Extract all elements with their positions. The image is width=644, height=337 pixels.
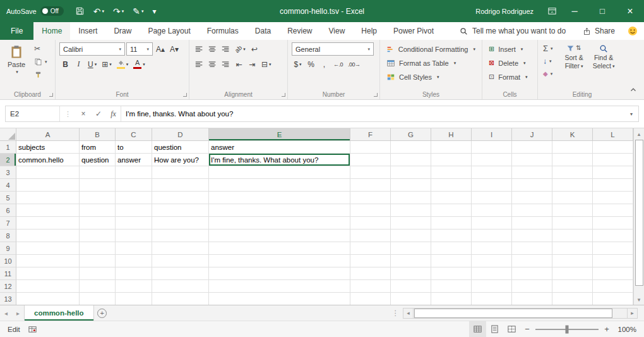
cell-H9[interactable] — [431, 242, 472, 255]
font-color-button[interactable]: A▾ — [131, 58, 147, 71]
zoom-level[interactable]: 100% — [614, 326, 644, 333]
cell-L5[interactable] — [593, 192, 633, 204]
cell-E9[interactable] — [209, 242, 350, 255]
format-cells-button[interactable]: ⊡Format▾ — [486, 70, 534, 83]
tab-draw[interactable]: Draw — [105, 22, 140, 40]
number-format-select[interactable]: General▾ — [292, 42, 374, 56]
enter-button[interactable]: ✓ — [91, 106, 106, 121]
cell-I7[interactable] — [472, 217, 512, 230]
horizontal-scrollbar[interactable]: ◂ ▸ — [403, 305, 638, 321]
cell-H3[interactable] — [431, 166, 472, 179]
tab-help[interactable]: Help — [353, 22, 385, 40]
cell-K11[interactable] — [552, 267, 593, 280]
font-name-select[interactable]: Calibri▾ — [59, 42, 125, 56]
cell-A10[interactable] — [16, 255, 80, 267]
clipboard-dialog-launcher-icon[interactable] — [49, 93, 53, 97]
cell-K12[interactable] — [552, 280, 593, 293]
vertical-scrollbar[interactable]: ▴ ▾ — [633, 128, 644, 305]
cell-B5[interactable] — [80, 192, 116, 204]
cell-B2[interactable]: question — [80, 154, 116, 166]
cell-I11[interactable] — [472, 267, 512, 280]
cell-G4[interactable] — [391, 179, 431, 192]
insert-cells-button[interactable]: ⊞Insert▾ — [486, 42, 534, 56]
cell-E4[interactable] — [209, 179, 350, 192]
cell-F3[interactable] — [350, 166, 391, 179]
cell-K3[interactable] — [552, 166, 593, 179]
hscroll-left-button[interactable]: ◂ — [403, 308, 414, 319]
cell-D3[interactable] — [152, 166, 209, 179]
cell-D6[interactable] — [152, 204, 209, 217]
cell-K8[interactable] — [552, 230, 593, 242]
cell-G10[interactable] — [391, 255, 431, 267]
ribbon-display-options-button[interactable] — [544, 4, 561, 18]
scroll-down-button[interactable]: ▾ — [634, 294, 644, 305]
cell-J6[interactable] — [512, 204, 552, 217]
cell-I3[interactable] — [472, 166, 512, 179]
macro-record-button[interactable] — [28, 324, 37, 334]
cell-I4[interactable] — [472, 179, 512, 192]
formula-bar-handle[interactable]: ⋮ — [60, 106, 76, 121]
align-bottom-button[interactable] — [220, 42, 232, 56]
cell-J5[interactable] — [512, 192, 552, 204]
cell-D9[interactable] — [152, 242, 209, 255]
cell-K1[interactable] — [552, 141, 593, 154]
decrease-decimal-button[interactable]: .00→ — [346, 58, 362, 71]
cell-J8[interactable] — [512, 230, 552, 242]
percent-style-button[interactable]: % — [305, 58, 317, 71]
cell-H1[interactable] — [431, 141, 472, 154]
borders-button[interactable]: ⊞▾ — [100, 58, 114, 71]
align-top-button[interactable] — [193, 42, 205, 56]
cell-H7[interactable] — [431, 217, 472, 230]
cell-J4[interactable] — [512, 179, 552, 192]
cell-H4[interactable] — [431, 179, 472, 192]
cell-K2[interactable] — [552, 154, 593, 166]
cell-I2[interactable] — [472, 154, 512, 166]
sort-filter-button[interactable]: ⇅ Sort & Filter▾ — [559, 42, 589, 89]
cell-L4[interactable] — [593, 179, 633, 192]
fill-color-button[interactable]: ▾ — [115, 58, 131, 71]
wrap-text-button[interactable]: ↩ — [249, 42, 261, 56]
cell-C2[interactable]: answer — [116, 154, 152, 166]
row-header-12[interactable]: 12 — [0, 280, 16, 293]
cell-D5[interactable] — [152, 192, 209, 204]
row-header-7[interactable]: 7 — [0, 217, 16, 230]
cell-D10[interactable] — [152, 255, 209, 267]
tab-review[interactable]: Review — [279, 22, 320, 40]
cell-B11[interactable] — [80, 267, 116, 280]
row-header-5[interactable]: 5 — [0, 192, 16, 204]
cell-C11[interactable] — [116, 267, 152, 280]
cell-L9[interactable] — [593, 242, 633, 255]
feedback-button[interactable] — [628, 22, 638, 40]
sheet-nav-right-button[interactable]: ▸ — [12, 305, 24, 321]
cell-C9[interactable] — [116, 242, 152, 255]
cell-G8[interactable] — [391, 230, 431, 242]
cell-H2[interactable] — [431, 154, 472, 166]
comma-style-button[interactable]: , — [318, 58, 330, 71]
cell-L7[interactable] — [593, 217, 633, 230]
cell-G1[interactable] — [391, 141, 431, 154]
column-header-C[interactable]: C — [116, 128, 152, 141]
delete-cells-button[interactable]: ⊠Delete▾ — [486, 56, 534, 70]
cell-A3[interactable] — [16, 166, 80, 179]
copy-button[interactable]: ▾ — [33, 56, 49, 68]
cell-H10[interactable] — [431, 255, 472, 267]
font-size-select[interactable]: 11▾ — [126, 42, 153, 56]
redo-button[interactable]: ↷▾ — [109, 5, 128, 18]
cell-I8[interactable] — [472, 230, 512, 242]
ink-tool-button[interactable]: ✎▾ — [129, 5, 147, 18]
cell-C12[interactable] — [116, 280, 152, 293]
cell-B8[interactable] — [80, 230, 116, 242]
cell-G5[interactable] — [391, 192, 431, 204]
cell-K7[interactable] — [552, 217, 593, 230]
increase-decimal-button[interactable]: ←.0 — [331, 58, 345, 71]
cell-H11[interactable] — [431, 267, 472, 280]
increase-indent-button[interactable]: ⇥ — [246, 58, 258, 71]
cell-A1[interactable]: subjects — [16, 141, 80, 154]
cell-E8[interactable] — [209, 230, 350, 242]
cell-L1[interactable] — [593, 141, 633, 154]
sheet-scroll-divider[interactable]: ⋮ — [388, 305, 403, 321]
cell-C5[interactable] — [116, 192, 152, 204]
cell-I5[interactable] — [472, 192, 512, 204]
column-header-A[interactable]: A — [16, 128, 80, 141]
conditional-formatting-button[interactable]: Conditional Formatting ▾ — [384, 42, 478, 56]
